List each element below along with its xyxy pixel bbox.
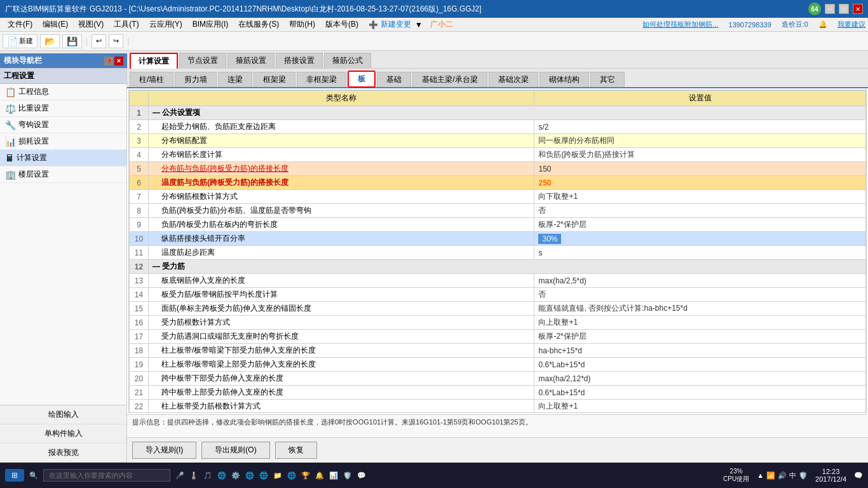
table-row: 20 跨中板带下部受力筋伸入支座的长度 max(ha/2,12*d) bbox=[130, 372, 866, 386]
row-num: 15 bbox=[130, 302, 149, 316]
start-btn[interactable]: ⊞ bbox=[5, 469, 24, 482]
redo-btn[interactable]: ↪ bbox=[109, 34, 123, 48]
sidebar-item-project-info[interactable]: 📋 工程信息 bbox=[0, 84, 126, 100]
table-row: 13 板底钢筋伸入支座的长度 max(ha/2,5*d) bbox=[130, 274, 866, 288]
density-icon: ⚖️ bbox=[5, 104, 16, 114]
mic-icon: 🎤 bbox=[175, 471, 184, 480]
row-name: 温度筋与负筋(跨板受力筋)的搭接长度 bbox=[149, 176, 534, 190]
tab-shear-wall[interactable]: 剪力墙 bbox=[175, 72, 217, 87]
taskbar-icon-music[interactable]: 🎵 bbox=[203, 471, 212, 480]
table-row: 15 面筋(单标主跨板受力筋)伸入支座的锚固长度 能直锚就直锚, 否则按公式计算… bbox=[130, 302, 866, 316]
tab-other[interactable]: 其它 bbox=[590, 72, 625, 87]
row-num: 10 bbox=[130, 232, 149, 246]
taskbar-icon-settings[interactable]: ⚙️ bbox=[231, 471, 240, 480]
row-name: 跨中板带上部受力筋伸入支座的长度 bbox=[149, 386, 534, 400]
tab-foundation-secondary-beam[interactable]: 基础次梁 bbox=[489, 72, 538, 87]
taskbar-icon-files[interactable]: 📁 bbox=[273, 471, 282, 480]
close-btn[interactable]: ✕ bbox=[853, 4, 863, 14]
settings-table-area[interactable]: 类型名称 设置值 1 — 公共设置项 2 起始受力钢筋、负筋 bbox=[128, 90, 867, 413]
row-num: 17 bbox=[130, 330, 149, 344]
menu-bar: 文件(F) 编辑(E) 视图(V) 工具(T) 云应用(Y) BIM应用(I) … bbox=[0, 18, 868, 32]
taskbar-icon-browser1[interactable]: 🌐 bbox=[217, 471, 226, 480]
draw-input-btn[interactable]: 绘图输入 bbox=[0, 405, 126, 424]
row-name: 面筋(单标主跨板受力筋)伸入支座的锚固长度 bbox=[149, 302, 534, 316]
new-btn[interactable]: 📄 新建 bbox=[3, 34, 37, 48]
tab-foundation[interactable]: 基础 bbox=[377, 72, 411, 87]
taskbar-icon-browser4[interactable]: 🌐 bbox=[287, 471, 296, 480]
table-row: 12 — 受力筋 bbox=[130, 260, 866, 274]
tab-splice-settings[interactable]: 搭接设置 bbox=[276, 53, 323, 68]
tab-calc-settings[interactable]: 计算设置 bbox=[130, 53, 178, 69]
menu-bim[interactable]: BIM应用(I) bbox=[187, 18, 234, 31]
toolbar: 📄 新建 📂 💾 | ↩ ↪ | bbox=[0, 32, 868, 51]
tab-node-settings[interactable]: 节点设置 bbox=[179, 53, 226, 68]
menu-online[interactable]: 在线服务(S) bbox=[233, 18, 284, 31]
sidebar-item-calc[interactable]: 🖩 计算设置 bbox=[0, 150, 126, 166]
sidebar-item-loss[interactable]: 📊 损耗设置 bbox=[0, 133, 126, 150]
menu-version[interactable]: 版本号(B) bbox=[320, 18, 363, 31]
nav-close-btn[interactable]: ✕ bbox=[114, 57, 123, 65]
table-row: 5 分布筋与负筋(跨板受力筋)的搭接长度 150 bbox=[130, 162, 866, 176]
taskbar-icon-trophy[interactable]: 🏆 bbox=[301, 471, 310, 480]
report-preview-btn[interactable]: 报表预览 bbox=[0, 444, 126, 463]
taskbar-icon-browser2[interactable]: 🌐 bbox=[245, 471, 254, 480]
table-row: 14 板受力筋/板带钢筋按平均长度计算 否 bbox=[130, 288, 866, 302]
sidebar-item-density[interactable]: ⚖️ 比重设置 bbox=[0, 100, 126, 117]
menu-tools[interactable]: 工具(T) bbox=[109, 18, 144, 31]
table-row: 2 起始受力钢筋、负筋距支座边距离 s/2 bbox=[130, 120, 866, 134]
table-row: 16 受力筋根数计算方式 向上取整+1 bbox=[130, 316, 866, 330]
tab-coupling-beam[interactable]: 连梁 bbox=[218, 72, 252, 87]
menu-help[interactable]: 帮助(H) bbox=[284, 18, 320, 31]
module-nav-header: 模块导航栏 📌 ✕ bbox=[0, 53, 127, 68]
taskbar: ⊞ 🔍 🎤 🌡️ 🎵 🌐 ⚙️ 🌐 🌐 📁 🌐 🏆 🔔 📊 🛡️ 💬 23% C… bbox=[0, 463, 868, 488]
minimize-btn[interactable]: ─ bbox=[825, 4, 835, 14]
taskbar-search-input[interactable] bbox=[43, 469, 170, 482]
title-bar: 广联达BIM钢筋算量软件 GGJ2013 - [C:\Users\Adminis… bbox=[0, 0, 868, 18]
col-type-header: 类型名称 bbox=[149, 91, 534, 106]
tab-column-wall[interactable]: 柱/墙柱 bbox=[130, 72, 173, 87]
row-name: 跨中板带下部受力筋伸入支座的长度 bbox=[149, 372, 534, 386]
nav-pin-btn[interactable]: 📌 bbox=[104, 57, 113, 65]
help-link[interactable]: 如何处理筏板附加钢筋... bbox=[642, 20, 718, 29]
taskbar-icon-browser3[interactable]: 🌐 bbox=[259, 471, 268, 480]
taskbar-icon-app3[interactable]: 🛡️ bbox=[343, 471, 352, 480]
menu-file[interactable]: 文件(F) bbox=[3, 18, 37, 31]
tab-frame-beam[interactable]: 框架梁 bbox=[254, 72, 295, 87]
tab-slab[interactable]: 板 bbox=[348, 71, 376, 88]
open-btn[interactable]: 📂 bbox=[40, 34, 60, 48]
taskbar-icon-app2[interactable]: 📊 bbox=[329, 471, 338, 480]
row-num: 7 bbox=[130, 190, 149, 204]
tab-nonframe-beam[interactable]: 非框架梁 bbox=[297, 72, 346, 87]
row-value-10: 30% bbox=[534, 232, 866, 246]
menu-edit[interactable]: 编辑(E) bbox=[37, 18, 73, 31]
tab-stirrup-formula[interactable]: 箍筋公式 bbox=[324, 53, 371, 68]
new-change-btn[interactable]: ➕ 新建变更 bbox=[369, 19, 411, 30]
taskbar-icon-app4[interactable]: 💬 bbox=[357, 471, 366, 480]
sidebar-item-hook[interactable]: 🔧 弯钩设置 bbox=[0, 117, 126, 133]
suggest-link[interactable]: 我要建议 bbox=[837, 20, 865, 29]
menu-view[interactable]: 视图(V) bbox=[73, 18, 109, 31]
table-row: 3 分布钢筋配置 同一板厚的分布筋相同 bbox=[130, 134, 866, 148]
row-name: 柱上板带/板带暗梁上部受力筋伸入支座的长度 bbox=[149, 358, 534, 372]
undo-btn[interactable]: ↩ bbox=[92, 34, 106, 48]
tab-masonry[interactable]: 砌体结构 bbox=[539, 72, 589, 87]
notification-btn[interactable]: 🗨️ bbox=[854, 471, 863, 480]
row-num: 22 bbox=[130, 400, 149, 414]
sidebar-item-floor[interactable]: 🏢 楼层设置 bbox=[0, 166, 126, 183]
row-value: max(ha/2,12*d) bbox=[534, 372, 866, 386]
taskbar-icon-app1[interactable]: 🔔 bbox=[315, 471, 324, 480]
tab-foundation-main-beam[interactable]: 基础主梁/承台梁 bbox=[412, 72, 487, 87]
single-input-btn[interactable]: 单构件输入 bbox=[0, 424, 126, 444]
maximize-btn[interactable]: □ bbox=[839, 4, 849, 14]
import-rules-btn[interactable]: 导入规则(I) bbox=[132, 442, 196, 459]
row-num: 8 bbox=[130, 204, 149, 218]
sidebar-label-project-info: 工程信息 bbox=[18, 86, 49, 97]
export-rules-btn[interactable]: 导出规则(O) bbox=[201, 442, 269, 459]
row-value: 0.6*Lab+15*d bbox=[534, 386, 866, 400]
row-name: 负筋/跨板受力筋在板内的弯折长度 bbox=[149, 218, 534, 232]
save-btn[interactable]: 💾 bbox=[62, 34, 82, 48]
tab-stirrup-settings[interactable]: 箍筋设置 bbox=[227, 53, 275, 68]
restore-btn[interactable]: 恢复 bbox=[275, 442, 317, 459]
menu-cloud[interactable]: 云应用(Y) bbox=[144, 18, 187, 31]
plus-icon: ➕ bbox=[369, 20, 378, 29]
